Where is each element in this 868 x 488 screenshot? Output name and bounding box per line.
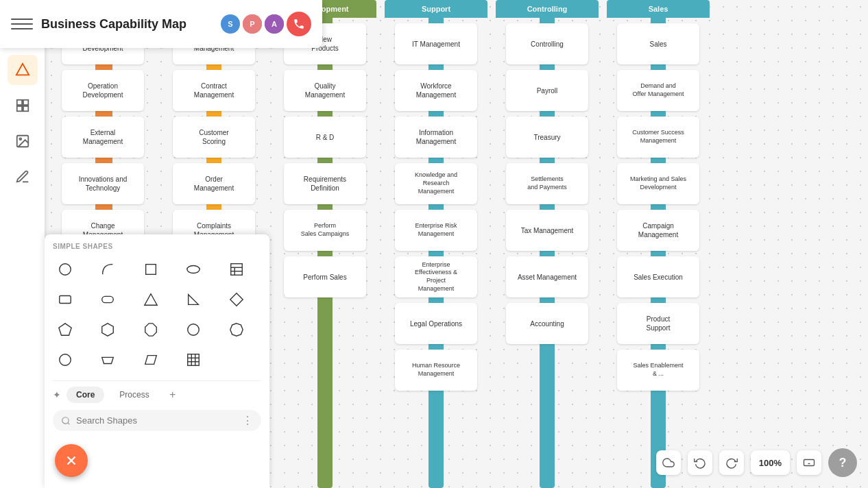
sidebar-draw-icon[interactable] bbox=[8, 162, 38, 192]
sidebar-shapes-icon[interactable] bbox=[8, 55, 38, 85]
simple-shapes-label: SIMPLE SHAPES bbox=[53, 243, 261, 250]
shape-hexagon[interactable] bbox=[95, 317, 120, 342]
shape-circle[interactable] bbox=[53, 257, 77, 282]
sidebar-image-icon[interactable] bbox=[8, 126, 38, 156]
card-marketing[interactable]: Marketing and SalesDevelopment bbox=[617, 163, 699, 204]
card-perform-sales-campaigns[interactable]: PerformSales Campaigns bbox=[284, 210, 366, 251]
card-customer-success[interactable]: Customer SuccessManagement bbox=[617, 117, 699, 158]
card-product-support[interactable]: ProductSupport bbox=[617, 303, 699, 344]
card-sales[interactable]: Sales bbox=[617, 23, 699, 64]
card-enterprise-risk[interactable]: Enterprise RiskManagement bbox=[395, 210, 477, 251]
shape-table[interactable] bbox=[224, 257, 249, 282]
avatar-p[interactable]: P bbox=[243, 14, 262, 34]
shape-square[interactable] bbox=[138, 257, 163, 282]
redo-button[interactable] bbox=[719, 450, 744, 475]
svg-marker-23 bbox=[59, 324, 71, 335]
header: Business Capability Map S P A bbox=[0, 0, 322, 48]
card-rd[interactable]: R & D bbox=[284, 117, 366, 158]
avatar-group: S P A bbox=[221, 12, 311, 36]
shape-circle2[interactable] bbox=[181, 317, 206, 342]
card-sales-execution[interactable]: Sales Execution bbox=[617, 256, 699, 297]
sup-body: IT Management WorkforceManagement Inform… bbox=[385, 18, 487, 488]
svg-point-26 bbox=[188, 324, 200, 336]
shape-right-triangle[interactable] bbox=[181, 287, 206, 312]
sup-header: Support bbox=[385, 0, 487, 18]
shape-diamond[interactable] bbox=[224, 287, 249, 312]
card-treasury[interactable]: Treasury bbox=[506, 117, 588, 158]
shape-parallelogram[interactable] bbox=[138, 347, 163, 372]
ctrl-cards: Controlling Payroll Treasury Settlements… bbox=[506, 18, 588, 350]
card-knowledge[interactable]: Knowledge andResearchManagement bbox=[395, 163, 477, 204]
shape-arc[interactable] bbox=[95, 257, 120, 282]
hamburger-button[interactable] bbox=[11, 13, 33, 35]
card-information[interactable]: InformationManagement bbox=[395, 117, 477, 158]
card-sales-enablement[interactable]: Sales Enablement& ... bbox=[617, 350, 699, 391]
card-customer-scoring[interactable]: CustomerScoring bbox=[173, 117, 255, 158]
card-controlling[interactable]: Controlling bbox=[506, 23, 588, 64]
card-external[interactable]: ExternalManagement bbox=[62, 117, 144, 158]
avatar-s[interactable]: S bbox=[221, 14, 240, 34]
zoom-level[interactable]: 100% bbox=[751, 450, 790, 475]
card-innovations[interactable]: Innovations andTechnology bbox=[62, 163, 144, 204]
dev-body: NewProducts QualityManagement R & D Requ… bbox=[274, 18, 376, 488]
keyboard-button[interactable] bbox=[797, 450, 821, 475]
bottom-toolbar: 100% ? bbox=[656, 448, 857, 477]
tab-add-button[interactable]: + bbox=[165, 387, 181, 403]
shape-empty bbox=[224, 347, 249, 372]
shape-octagon[interactable] bbox=[138, 317, 163, 342]
card-settlements[interactable]: Settlementsand Payments bbox=[506, 163, 588, 204]
shape-triangle[interactable] bbox=[138, 287, 163, 312]
card-hr[interactable]: Human ResourceManagement bbox=[395, 350, 477, 391]
tab-core[interactable]: Core bbox=[67, 387, 104, 403]
phone-button[interactable] bbox=[287, 12, 311, 36]
tab-process[interactable]: Process bbox=[110, 387, 158, 403]
card-campaign[interactable]: CampaignManagement bbox=[617, 210, 699, 251]
col-sup-wrap: Support IT Management WorkforceManagemen… bbox=[385, 0, 487, 488]
card-requirements[interactable]: RequirementsDefinition bbox=[284, 163, 366, 204]
left-sidebar bbox=[0, 0, 45, 488]
search-input[interactable] bbox=[76, 415, 237, 426]
shape-decagon[interactable] bbox=[224, 317, 249, 342]
card-quality[interactable]: QualityManagement bbox=[284, 70, 366, 111]
card-perform-sales[interactable]: Perform Sales bbox=[284, 256, 366, 297]
shape-circle3[interactable] bbox=[53, 347, 77, 372]
shape-trapezoid[interactable] bbox=[95, 347, 120, 372]
card-accounting[interactable]: Accounting bbox=[506, 303, 588, 344]
ctrl-header: Controlling bbox=[496, 0, 599, 18]
sales-header: Sales bbox=[607, 0, 710, 18]
shape-ellipse[interactable] bbox=[181, 257, 206, 282]
card-tax[interactable]: Tax Management bbox=[506, 210, 588, 251]
avatar-a[interactable]: A bbox=[265, 14, 284, 34]
card-it-mgmt[interactable]: IT Management bbox=[395, 23, 477, 64]
fab-button[interactable] bbox=[55, 444, 88, 477]
cloud-button[interactable] bbox=[656, 450, 681, 475]
card-contract[interactable]: ContractManagement bbox=[173, 70, 255, 111]
col-dev-wrap: Development NewProducts QualityManagemen… bbox=[274, 0, 376, 488]
help-button[interactable]: ? bbox=[828, 448, 857, 477]
search-more-icon[interactable]: ⋮ bbox=[242, 414, 253, 427]
shape-stadium[interactable] bbox=[95, 287, 120, 312]
shape-pentagon[interactable] bbox=[53, 317, 77, 342]
search-bar: ⋮ bbox=[53, 410, 261, 431]
svg-line-37 bbox=[68, 422, 70, 424]
card-order[interactable]: OrderManagement bbox=[173, 163, 255, 204]
card-operation[interactable]: OperationDevelopment bbox=[62, 70, 144, 111]
card-enterprise-eff[interactable]: EnterpriseEffectiveness &ProjectManageme… bbox=[395, 256, 477, 297]
shape-grid[interactable] bbox=[181, 347, 206, 372]
svg-point-36 bbox=[62, 417, 69, 423]
wand-icon[interactable]: ✦ bbox=[53, 389, 61, 400]
card-demand[interactable]: Demand andOffer Management bbox=[617, 70, 699, 111]
sidebar-grid-icon[interactable] bbox=[8, 90, 38, 121]
undo-button[interactable] bbox=[688, 450, 712, 475]
search-icon bbox=[61, 416, 71, 426]
svg-text:A: A bbox=[272, 20, 277, 28]
card-workforce[interactable]: WorkforceManagement bbox=[395, 70, 477, 111]
svg-point-28 bbox=[60, 354, 71, 366]
card-legal[interactable]: Legal Operations bbox=[395, 303, 477, 344]
svg-marker-29 bbox=[102, 357, 114, 363]
shape-rounded-rect[interactable] bbox=[53, 287, 77, 312]
card-asset[interactable]: Asset Management bbox=[506, 256, 588, 297]
card-payroll[interactable]: Payroll bbox=[506, 70, 588, 111]
svg-rect-6 bbox=[23, 100, 27, 105]
svg-rect-12 bbox=[145, 265, 156, 275]
